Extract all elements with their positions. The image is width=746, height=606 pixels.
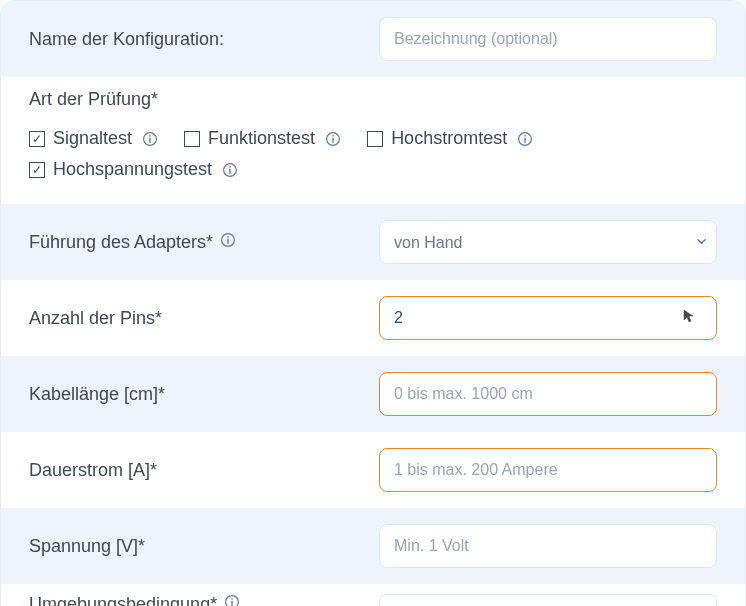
checkbox-label: Hochstromtest <box>391 128 507 149</box>
heading-test-type: Art der Prüfung* <box>29 89 717 110</box>
svg-rect-1 <box>149 137 150 142</box>
label-cable-length: Kabellänge [cm]* <box>29 384 379 405</box>
section-test-type: Art der Prüfung* ✓ Signaltest Funktionst… <box>1 77 745 204</box>
input-voltage[interactable] <box>379 524 717 568</box>
input-cable-length[interactable] <box>379 372 717 416</box>
checkbox-label: Signaltest <box>53 128 132 149</box>
info-icon[interactable] <box>325 131 341 147</box>
checkbox-label: Hochspannungstest <box>53 159 212 180</box>
checkbox-funktionstest[interactable]: Funktionstest <box>184 128 341 149</box>
label-continuous-current: Dauerstrom [A]* <box>29 460 379 481</box>
row-continuous-current: Dauerstrom [A]* <box>1 432 745 508</box>
checkbox-hochspannungstest[interactable]: ✓ Hochspannungstest <box>29 159 238 180</box>
svg-rect-16 <box>231 601 232 606</box>
info-icon[interactable] <box>517 131 533 147</box>
label-env-condition: Umgebungsbedingung* <box>29 594 379 606</box>
label-voltage: Spannung [V]* <box>29 536 379 557</box>
label-text: Führung des Adapters* <box>29 232 213 252</box>
svg-rect-10 <box>229 168 230 173</box>
row-cable-length: Kabellänge [cm]* <box>1 356 745 432</box>
label-adapter-guide: Führung des Adapters* <box>29 232 379 253</box>
info-icon[interactable] <box>220 232 236 248</box>
checkbox-group-test-type: ✓ Signaltest Funktionstest Hochstromtest <box>29 128 717 180</box>
row-adapter-guide: Führung des Adapters* von Hand <box>1 204 745 280</box>
config-form: Name der Konfiguration: Art der Prüfung*… <box>0 0 746 606</box>
info-icon[interactable] <box>142 131 158 147</box>
svg-rect-11 <box>229 166 230 168</box>
row-voltage: Spannung [V]* <box>1 508 745 584</box>
svg-rect-7 <box>524 137 525 142</box>
svg-rect-5 <box>332 135 333 137</box>
row-config-name: Name der Konfiguration: <box>1 1 745 77</box>
input-config-name[interactable] <box>379 17 717 61</box>
checkbox-label: Funktionstest <box>208 128 315 149</box>
checkbox-signaltest[interactable]: ✓ Signaltest <box>29 128 158 149</box>
input-pins[interactable] <box>379 296 717 340</box>
svg-rect-14 <box>227 236 228 238</box>
label-pins: Anzahl der Pins* <box>29 308 379 329</box>
checkbox-icon <box>184 131 200 147</box>
svg-rect-2 <box>149 135 150 137</box>
svg-rect-8 <box>524 135 525 137</box>
svg-rect-17 <box>231 598 232 600</box>
input-continuous-current[interactable] <box>379 448 717 492</box>
select-env-condition[interactable]: Bitte auswählen <box>379 594 717 606</box>
checkbox-icon <box>367 131 383 147</box>
svg-rect-4 <box>332 137 333 142</box>
select-adapter-guide[interactable]: von Hand <box>379 220 717 264</box>
checkbox-icon: ✓ <box>29 131 45 147</box>
label-text: Umgebungsbedingung* <box>29 594 217 606</box>
row-pins: Anzahl der Pins* <box>1 280 745 356</box>
checkbox-hochstromtest[interactable]: Hochstromtest <box>367 128 533 149</box>
info-icon[interactable] <box>222 162 238 178</box>
checkbox-icon: ✓ <box>29 162 45 178</box>
info-icon[interactable] <box>224 594 240 606</box>
svg-rect-13 <box>227 238 228 243</box>
label-config-name: Name der Konfiguration: <box>29 29 379 50</box>
row-env-condition: Umgebungsbedingung* Bitte auswählen <box>1 584 745 606</box>
